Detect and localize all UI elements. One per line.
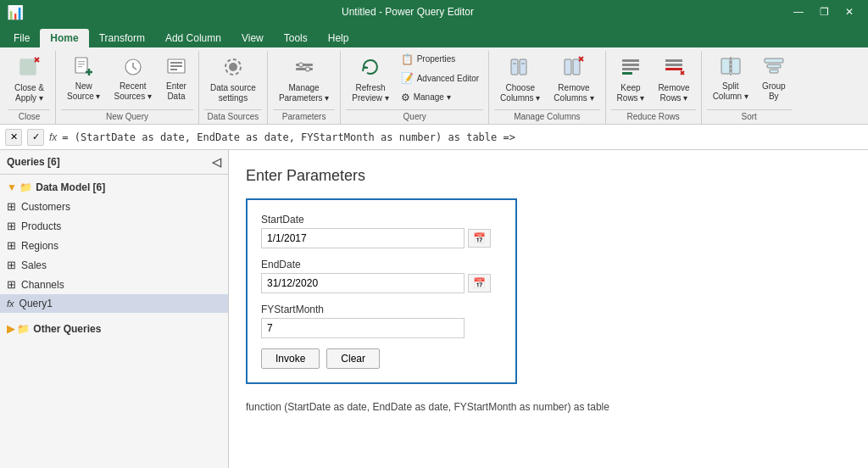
fystart-input[interactable]	[261, 318, 465, 338]
svg-rect-21	[520, 59, 526, 75]
formula-cancel-button[interactable]: ✕	[5, 129, 22, 146]
tab-home[interactable]: Home	[40, 29, 88, 47]
startdate-input[interactable]	[261, 228, 465, 248]
svg-rect-41	[767, 64, 781, 68]
sidebar-item-customers[interactable]: ⊞ Customers	[0, 197, 228, 216]
folder-icon: ▼ 📁	[7, 181, 32, 193]
startdate-label: StartDate	[261, 214, 502, 226]
advanced-editor-label: Advanced Editor	[417, 74, 479, 84]
ribbon-group-reduce-rows: KeepRows ▾ RemoveRows ▾ Reduce Rows	[606, 51, 702, 124]
svg-rect-38	[732, 58, 740, 74]
choose-columns-label: ChooseColumns ▾	[500, 83, 540, 103]
startdate-calendar-button[interactable]: 📅	[468, 229, 491, 248]
svg-rect-7	[78, 64, 85, 64]
enter-data-label: EnterData	[166, 81, 186, 102]
clear-button[interactable]: Clear	[326, 348, 380, 369]
fx-icon-query1: fx	[7, 298, 14, 309]
main-area: Queries [6] ◁ ▼ 📁 Data Model [6] ⊞ Custo…	[0, 150, 868, 468]
data-source-settings-button[interactable]: Data sourcesettings	[204, 51, 262, 108]
close-apply-button[interactable]: Close &Apply ▾	[8, 51, 50, 108]
sidebar-header: Queries [6] ◁	[0, 150, 228, 175]
ribbon-group-query: RefreshPreview ▾ 📋 Properties 📝 Advanced…	[341, 51, 489, 124]
close-button[interactable]: ✕	[837, 3, 861, 20]
svg-rect-25	[573, 59, 580, 75]
manage-columns-group-label: Manage Columns	[494, 109, 600, 124]
enddate-field: EndDate 📅	[261, 259, 502, 293]
choose-columns-button[interactable]: ChooseColumns ▾	[494, 51, 546, 108]
enter-data-button[interactable]: EnterData	[159, 51, 193, 106]
other-queries-label: Other Queries	[33, 323, 101, 335]
svg-rect-0	[20, 59, 36, 75]
sidebar-item-regions[interactable]: ⊞ Regions	[0, 236, 228, 255]
ribbon-group-data-sources: Data sourcesettings Data Sources	[199, 51, 268, 124]
param-dialog-buttons: Invoke Clear	[261, 348, 502, 369]
enddate-calendar-button[interactable]: 📅	[468, 274, 491, 292]
manage-parameters-button[interactable]: ManageParameters ▾	[273, 51, 335, 108]
tab-file[interactable]: File	[3, 29, 40, 47]
formula-confirm-button[interactable]: ✓	[27, 129, 44, 146]
dialog-title: Enter Parameters	[246, 167, 851, 185]
formula-input[interactable]	[62, 131, 863, 143]
sidebar-collapse-button[interactable]: ◁	[212, 155, 221, 169]
tab-tools[interactable]: Tools	[274, 29, 318, 47]
tab-view[interactable]: View	[231, 29, 274, 47]
sidebar-item-sales[interactable]: ⊞ Sales	[0, 255, 228, 275]
sidebar-title: Queries [6]	[7, 156, 60, 168]
manage-label: Manage ▾	[414, 92, 451, 103]
ribbon-group-parameters: ManageParameters ▾ Parameters	[268, 51, 341, 124]
refresh-preview-button[interactable]: RefreshPreview ▾	[346, 51, 394, 108]
fystart-label: FYStartMonth	[261, 304, 502, 315]
manage-button[interactable]: ⚙ Manage ▾	[397, 89, 455, 106]
folder-icon-other: ▶ 📁	[7, 323, 30, 335]
refresh-preview-icon	[359, 55, 382, 81]
svg-rect-8	[78, 66, 82, 67]
parameters-group-label: Parameters	[273, 109, 335, 124]
ribbon-group-close: Close &Apply ▾ Close	[3, 51, 56, 124]
table-icon-products: ⊞	[7, 220, 16, 232]
advanced-editor-button[interactable]: 📝 Advanced Editor	[397, 70, 483, 86]
sidebar-group-data-model-header[interactable]: ▼ 📁 Data Model [6]	[0, 178, 228, 197]
svg-rect-37	[721, 58, 730, 74]
remove-rows-button[interactable]: RemoveRows ▾	[652, 51, 695, 108]
query-group-label: Query	[346, 109, 483, 124]
svg-rect-30	[622, 68, 639, 70]
invoke-button[interactable]: Invoke	[261, 348, 320, 369]
channels-label: Channels	[21, 279, 64, 291]
split-column-button[interactable]: SplitColumn ▾	[707, 51, 754, 106]
keep-rows-label: KeepRows ▾	[617, 83, 645, 103]
ribbon: Close &Apply ▾ Close NewSource ▾ Recen	[0, 47, 868, 125]
properties-label: Properties	[417, 54, 456, 64]
new-source-button[interactable]: NewSource ▾	[61, 51, 106, 106]
sidebar-item-channels[interactable]: ⊞ Channels	[0, 275, 228, 294]
remove-columns-button[interactable]: RemoveColumns ▾	[548, 51, 599, 108]
sidebar-item-products[interactable]: ⊞ Products	[0, 216, 228, 236]
tab-transform[interactable]: Transform	[89, 29, 155, 47]
minimize-button[interactable]: —	[787, 3, 810, 20]
ribbon-group-manage-columns: ChooseColumns ▾ RemoveColumns ▾ Manage C…	[489, 51, 606, 124]
enddate-input[interactable]	[261, 273, 465, 293]
refresh-preview-label: RefreshPreview ▾	[352, 83, 388, 103]
remove-rows-label: RemoveRows ▾	[658, 83, 689, 103]
data-sources-group-label: Data Sources	[204, 109, 262, 124]
recent-sources-button[interactable]: RecentSources ▾	[108, 51, 157, 106]
ribbon-tabs: File Home Transform Add Column View Tool…	[0, 24, 868, 47]
tab-help[interactable]: Help	[318, 29, 359, 47]
sidebar-item-query1[interactable]: fx Query1	[0, 294, 228, 313]
startdate-input-wrap: 📅	[261, 228, 502, 248]
param-dialog: StartDate 📅 EndDate 📅 FYStartMonth	[246, 198, 517, 384]
table-icon-customers: ⊞	[7, 200, 16, 213]
keep-rows-button[interactable]: KeepRows ▾	[611, 51, 651, 108]
group-by-icon	[763, 55, 785, 80]
sidebar-group-other-queries-header[interactable]: ▶ 📁 Other Queries	[0, 320, 228, 338]
properties-button[interactable]: 📋 Properties	[397, 51, 460, 68]
window-controls: — ❐ ✕	[787, 3, 861, 20]
group-by-button[interactable]: GroupBy	[756, 51, 792, 106]
recent-sources-icon	[122, 55, 144, 80]
split-column-icon	[720, 55, 742, 80]
maximize-button[interactable]: ❐	[812, 3, 836, 20]
svg-point-14	[229, 63, 237, 71]
manage-parameters-icon	[292, 55, 316, 81]
tab-add-column[interactable]: Add Column	[155, 29, 231, 47]
close-group-label: Close	[8, 109, 50, 124]
sidebar: Queries [6] ◁ ▼ 📁 Data Model [6] ⊞ Custo…	[0, 150, 229, 468]
